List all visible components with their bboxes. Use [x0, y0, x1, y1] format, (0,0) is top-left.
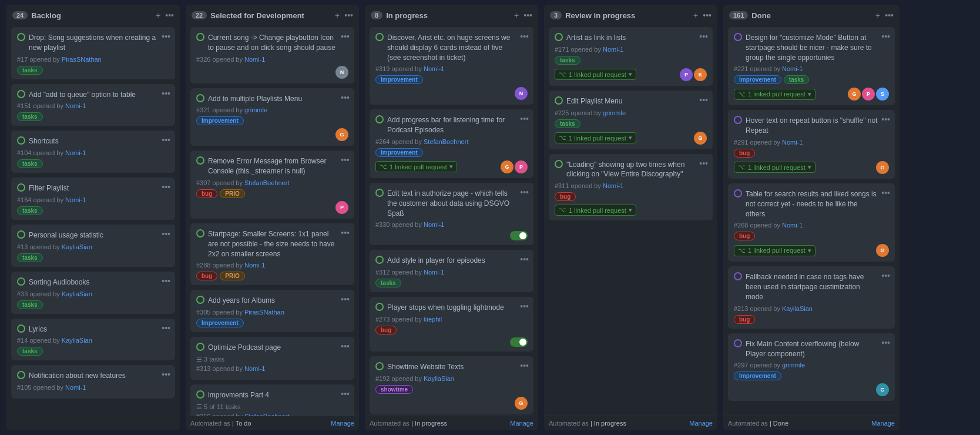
card-menu-button[interactable]: ••• [341, 93, 350, 102]
card-menu-button[interactable]: ••• [162, 89, 170, 98]
author-link[interactable]: StefanBoehnert [424, 138, 468, 145]
card[interactable]: ••• Shortcuts #104 opened by Nomi-1 task… [11, 130, 175, 173]
card-menu-button[interactable]: ••• [162, 32, 170, 41]
card[interactable]: ••• Lyrics #14 opened by KayliaSian task… [11, 319, 175, 361]
author-link[interactable]: KayliaSian [62, 290, 92, 297]
card[interactable]: ••• Notification about new features #105… [11, 365, 175, 399]
author-link[interactable]: Nomi-1 [603, 46, 623, 53]
linked-pr-button[interactable]: ⌥ 1 linked pull request ▾ [555, 69, 636, 80]
author-link[interactable]: Nomi-1 [603, 182, 623, 189]
card-menu-button[interactable]: ••• [341, 155, 350, 165]
card[interactable]: ••• Edit Playlist Menu #225 opened by gr… [549, 91, 713, 149]
card-menu-button[interactable]: ••• [881, 115, 890, 124]
card-menu-button[interactable]: ••• [699, 32, 708, 41]
card-menu-button[interactable]: ••• [699, 95, 708, 105]
author-link[interactable]: KayliaSian [62, 243, 92, 250]
card-menu-button[interactable]: ••• [520, 114, 529, 123]
card[interactable]: ••• Artist as link in lists #171 opened … [549, 27, 713, 86]
author-link[interactable]: Nomi-1 [65, 149, 86, 156]
card-menu-button[interactable]: ••• [520, 32, 529, 41]
card-menu-button[interactable]: ••• [341, 389, 350, 399]
author-link[interactable]: Nomi-1 [424, 269, 444, 276]
card[interactable]: ••• Optimize Podcast page ☰ 3 tasks #313… [190, 337, 354, 380]
column-menu-button[interactable]: ••• [344, 11, 353, 20]
card-menu-button[interactable]: ••• [520, 255, 529, 264]
author-link[interactable]: Nomi-1 [65, 384, 86, 391]
card[interactable]: ••• Add years for Albums #305 opened by … [190, 290, 354, 332]
linked-pr-button[interactable]: ⌥ 1 linked pull request ▾ [734, 162, 815, 173]
card[interactable]: ••• Table for search results and liked s… [728, 183, 895, 262]
card[interactable]: ••• Drop: Song suggestions when creating… [11, 27, 175, 79]
add-card-button[interactable]: + [693, 11, 698, 20]
card[interactable]: ••• Player stops when toggling lightmode… [370, 297, 533, 352]
author-link[interactable]: Nomi-1 [244, 56, 265, 63]
card-menu-button[interactable]: ••• [341, 295, 350, 304]
card-menu-button[interactable]: ••• [881, 271, 890, 280]
manage-link[interactable]: Manage [331, 420, 354, 427]
linked-pr-button[interactable]: ⌥ 1 linked pull request ▾ [734, 89, 815, 100]
card-menu-button[interactable]: ••• [162, 323, 170, 333]
card-menu-button[interactable]: ••• [341, 342, 350, 351]
manage-link[interactable]: Manage [871, 420, 895, 427]
add-card-button[interactable]: + [875, 11, 880, 20]
card-menu-button[interactable]: ••• [162, 370, 170, 379]
manage-link[interactable]: Manage [510, 420, 533, 427]
card-menu-button[interactable]: ••• [520, 188, 529, 197]
linked-pr-button[interactable]: ⌥ 1 linked pull request ▾ [734, 245, 815, 256]
card[interactable]: ••• Current song -> Change playbutton Ic… [190, 27, 354, 83]
author-link[interactable]: KayliaSian [424, 375, 454, 382]
card[interactable]: ••• Edit text in authorize page - which … [370, 183, 533, 245]
author-link[interactable]: Nomi-1 [782, 65, 803, 72]
card-menu-button[interactable]: ••• [520, 361, 529, 370]
author-link[interactable]: grimmle [782, 362, 805, 369]
author-link[interactable]: Nomi-1 [244, 365, 265, 372]
card[interactable]: ••• Discover, Arist etc. on huge screens… [370, 27, 533, 105]
author-link[interactable]: Nomi-1 [424, 65, 444, 72]
card[interactable]: ••• Fix Main Content overflowing (below … [728, 333, 895, 401]
card[interactable]: ••• Design for "customize Mode" Button a… [728, 27, 895, 105]
column-menu-button[interactable]: ••• [703, 11, 711, 20]
card[interactable]: ••• Sorting Audiobooks #33 opened by Kay… [11, 272, 175, 314]
author-link[interactable]: PirasSNathan [244, 309, 284, 316]
card[interactable]: ••• Filter Playlist #164 opened by Nomi-… [11, 178, 175, 220]
card-menu-button[interactable]: ••• [162, 276, 170, 286]
author-link[interactable]: Nomi-1 [65, 196, 86, 203]
card-menu-button[interactable]: ••• [881, 188, 890, 198]
card[interactable]: ••• Showtime Website Texts #192 opened b… [370, 356, 533, 414]
card[interactable]: ••• Fallback needed in case no tags have… [728, 266, 895, 328]
card-menu-button[interactable]: ••• [162, 229, 170, 239]
card[interactable]: ••• Add style in player for episodes #31… [370, 250, 533, 292]
author-link[interactable]: StefanBoehnert [244, 179, 289, 186]
author-link[interactable]: Nomi-1 [65, 102, 86, 109]
author-link[interactable]: KayliaSian [782, 305, 813, 312]
add-card-button[interactable]: + [335, 11, 340, 20]
card-menu-button[interactable]: ••• [341, 32, 350, 41]
card-menu-button[interactable]: ••• [162, 182, 170, 192]
card[interactable]: ••• improvments Part 4 ☰ 5 of 11 tasks #… [190, 384, 354, 416]
author-link[interactable]: Nomi-1 [244, 262, 265, 269]
column-menu-button[interactable]: ••• [523, 11, 532, 20]
linked-pr-button[interactable]: ⌥ 1 linked pull request ▾ [555, 132, 636, 143]
author-link[interactable]: StefanBoehnert [244, 413, 289, 416]
column-menu-button[interactable]: ••• [165, 11, 174, 20]
author-link[interactable]: kiephil [424, 316, 442, 323]
card[interactable]: ••• Add progress bar for listening time … [370, 109, 533, 178]
card[interactable]: ••• Personal usage statistic #13 opened … [11, 225, 175, 267]
card-menu-button[interactable]: ••• [341, 228, 350, 237]
card-menu-button[interactable]: ••• [881, 32, 890, 41]
card[interactable]: ••• Add "add to queue" option to table #… [11, 84, 175, 126]
author-link[interactable]: Nomi-1 [782, 222, 803, 229]
manage-link[interactable]: Manage [689, 420, 713, 427]
author-link[interactable]: Nomi-1 [424, 221, 444, 228]
linked-pr-button[interactable]: ⌥ 1 linked pull request ▾ [555, 205, 636, 216]
author-link[interactable]: Nomi-1 [782, 139, 803, 146]
card-menu-button[interactable]: ••• [520, 302, 529, 311]
card-menu-button[interactable]: ••• [881, 338, 890, 347]
toggle-switch[interactable] [510, 337, 528, 347]
card[interactable]: ••• Hover text on repeat button is "shuf… [728, 110, 895, 179]
author-link[interactable]: grimmle [603, 109, 626, 116]
card-menu-button[interactable]: ••• [699, 159, 708, 168]
add-card-button[interactable]: + [514, 11, 519, 20]
author-link[interactable]: grimmle [244, 106, 267, 113]
toggle-switch[interactable] [510, 231, 528, 240]
